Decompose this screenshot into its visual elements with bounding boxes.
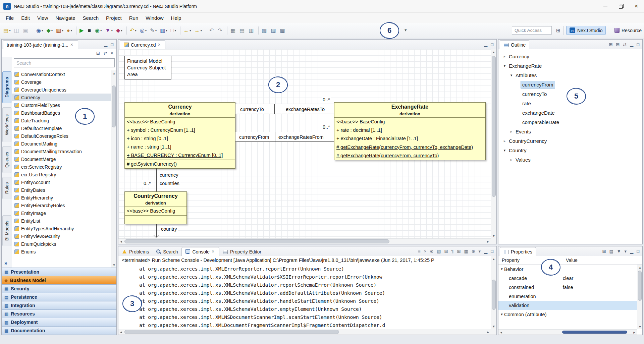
scroll-thumb[interactable] (124, 239, 389, 243)
class-operation[interactable]: # getExchangeRate(currencyFrom, currency… (334, 152, 485, 160)
list-item[interactable]: DashboardBadges (12, 109, 111, 117)
console-view-tab[interactable]: Problems (118, 247, 152, 256)
restore-button[interactable] (613, 0, 629, 12)
menu-item[interactable]: Help (167, 13, 185, 22)
filter-icon[interactable]: ▼ (617, 249, 621, 253)
menu-item[interactable]: Window (142, 13, 167, 22)
layer-bar[interactable]: ▧ Integration (2, 301, 116, 309)
scroll-down-icon[interactable] (111, 262, 117, 268)
property-value[interactable]: false (560, 283, 637, 292)
properties-tab[interactable]: Properties (500, 247, 536, 256)
menu-item[interactable]: Run (125, 13, 142, 22)
property-row[interactable]: constrained false (498, 283, 637, 292)
pin-console-icon[interactable]: ⊞ (457, 249, 461, 253)
scroll-left-icon[interactable] (118, 239, 124, 244)
rail-overflow-chevron[interactable]: » (4, 260, 7, 266)
list-item[interactable]: DefaultActTemplate (12, 124, 111, 132)
minimize-icon[interactable]: ▁ (484, 42, 487, 47)
open-console-icon[interactable]: ⊕ (472, 249, 475, 253)
tree-view-button[interactable]: ▤ (238, 26, 247, 35)
perspective-resource[interactable]: Resource (611, 26, 644, 35)
outline-item[interactable]: ▸ Events (498, 127, 642, 136)
expand-arrow-icon[interactable]: ▾ (498, 267, 504, 271)
scroll-up-icon[interactable] (637, 265, 643, 270)
list-item[interactable]: DocumentMailing (12, 140, 111, 148)
window-layout-button[interactable]: □▾ (169, 26, 177, 35)
minify-button[interactable]: ▼▾ (104, 26, 114, 35)
expand-arrow-icon[interactable]: ▸ (502, 54, 507, 59)
list-item[interactable]: EnumQuickpicks (12, 240, 111, 248)
console-view-tab[interactable]: Property Editor (219, 247, 265, 256)
outline-item[interactable]: exchangeDate (498, 108, 642, 117)
menu-item[interactable]: Edit (17, 13, 34, 22)
forward-button[interactable]: →▾ (193, 26, 204, 35)
close-icon[interactable] (70, 43, 74, 47)
remove-all-launches-icon[interactable]: ⊗ (430, 249, 433, 253)
editor-tab-currency-cd[interactable]: Currency.cd (120, 40, 165, 49)
list-item[interactable]: Enums (12, 248, 111, 255)
compare-button[interactable]: ▥▾ (159, 26, 169, 35)
table-view-button[interactable]: ▦ (227, 26, 237, 35)
scroll-thumb[interactable] (638, 271, 642, 301)
list-scrollbar[interactable] (111, 70, 116, 268)
class-currency[interactable]: Currency derivation <<base>> BaseConfig+… (124, 102, 235, 169)
rail-tab[interactable]: Queues (2, 146, 11, 173)
console-output[interactable]: at org.apache.xerces.impl.XMLErrorReport… (118, 265, 491, 329)
diagram-note[interactable]: Financial Model Currency Subject Area (124, 56, 171, 79)
scroll-thumb[interactable] (124, 330, 339, 334)
display-console-icon[interactable]: ▦ (464, 249, 468, 253)
expand-arrow-icon[interactable]: ▾ (508, 73, 514, 77)
column-value[interactable]: Value (563, 257, 578, 263)
close-icon[interactable] (212, 249, 216, 254)
property-value[interactable] (560, 310, 637, 319)
minimize-button[interactable] (598, 0, 613, 12)
minimize-icon[interactable]: ▁ (630, 42, 633, 47)
association-label[interactable]: 0..* (143, 180, 152, 187)
list-item[interactable]: DocumentMailingTransaction (12, 148, 111, 155)
new-button[interactable]: ▤▾ (2, 26, 12, 35)
align-center-button[interactable]: ▨ (269, 26, 278, 35)
expand-arrow-icon[interactable]: ▸ (502, 139, 507, 143)
layer-bar[interactable]: ▥ Resources (2, 309, 116, 318)
association-label[interactable]: currencyTo (239, 106, 265, 113)
rail-tab[interactable]: Workflows (2, 107, 11, 142)
menu-item[interactable]: View (34, 13, 52, 22)
list-item[interactable]: EntityViewSecurity (12, 232, 111, 240)
list-item[interactable]: DefaultCoverageRoles (12, 132, 111, 140)
class-attribute[interactable]: <<base>> BaseConfig (125, 207, 186, 215)
scroll-left-icon[interactable] (498, 330, 504, 335)
search-input[interactable] (14, 58, 115, 67)
scroll-down-icon[interactable] (491, 324, 496, 329)
scroll-thumb[interactable] (562, 331, 627, 334)
menu-item[interactable]: Project (102, 13, 125, 22)
model-server-button[interactable]: ◉▾ (33, 26, 45, 35)
list-item[interactable]: CoverageUniqueness (12, 86, 111, 94)
list-item[interactable]: EntityDates (12, 186, 111, 194)
link-with-editor-icon[interactable]: ⇄ (104, 51, 107, 55)
scroll-down-icon[interactable] (637, 324, 643, 329)
layer-bar[interactable]: ▨ Deployment (2, 318, 116, 326)
column-view-button[interactable]: ▥ (247, 26, 256, 35)
list-item[interactable]: EntityHierarchyRoles (12, 202, 111, 209)
property-row[interactable]: cascade clear (498, 274, 637, 283)
class-countrycurrency[interactable]: CountryCurrency derivation <<base>> Base… (124, 191, 187, 224)
word-wrap-icon[interactable]: ¶ (451, 249, 454, 253)
maximize-icon[interactable]: □ (111, 42, 113, 47)
outline-item[interactable]: comparableDate (498, 117, 642, 127)
list-item[interactable]: EntityImage (12, 209, 111, 217)
class-attribute[interactable]: + BASE_CURRENCY : CurrencyEnum [0..1] (125, 151, 235, 160)
minimize-icon[interactable]: ▁ (484, 249, 487, 253)
console-button[interactable]: ■ (86, 26, 93, 35)
console-horizontal-scrollbar[interactable] (118, 329, 491, 335)
property-row[interactable]: enumeration (498, 292, 637, 301)
terminate-icon[interactable]: ■ (418, 249, 421, 253)
outline-item[interactable]: ▸ Values (498, 155, 642, 164)
view-menu-icon[interactable]: ▾ (625, 249, 627, 253)
link-with-editor-icon[interactable]: ⇄ (623, 42, 627, 47)
property-row[interactable]: ▾ Common (Attribute) (498, 310, 637, 319)
scroll-up-icon[interactable] (491, 49, 496, 55)
property-value[interactable]: clear (560, 274, 637, 283)
clear-console-icon[interactable]: ▧ (437, 249, 441, 253)
view-menu-icon[interactable]: ▾ (111, 51, 113, 55)
user-button[interactable]: ●▾ (65, 26, 73, 35)
